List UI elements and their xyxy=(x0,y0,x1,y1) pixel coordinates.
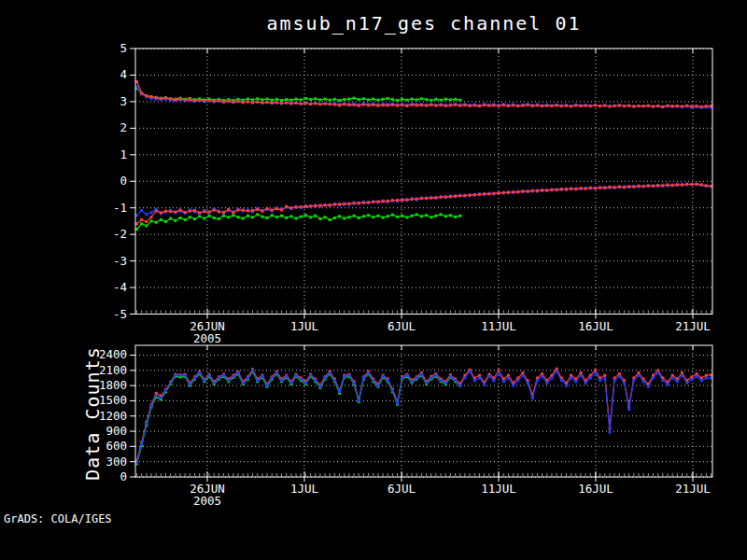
marker-red-upper xyxy=(521,105,524,107)
marker-red-lower xyxy=(275,207,278,210)
marker-red-counts xyxy=(556,368,558,371)
marker-green-lower xyxy=(271,214,274,217)
marker-blue-counts xyxy=(594,371,597,374)
marker-green-upper xyxy=(430,99,432,102)
marker-red-upper xyxy=(492,104,495,106)
marker-blue-counts xyxy=(353,382,356,385)
x-tick-sublabel: 2005 xyxy=(193,331,221,345)
marker-red-upper xyxy=(174,98,176,101)
grads-credit: GrADS: COLA/IGES xyxy=(4,512,112,525)
marker-blue-counts xyxy=(203,379,205,382)
marker-red-lower xyxy=(401,199,403,202)
marker-red-lower xyxy=(164,210,167,213)
marker-blue-counts xyxy=(247,377,249,380)
marker-red-upper xyxy=(705,105,708,107)
marker-red-upper xyxy=(469,105,472,107)
marker-red-lower xyxy=(362,202,365,204)
marker-blue-counts xyxy=(527,382,529,385)
marker-green-lower xyxy=(213,217,216,219)
marker-red-lower xyxy=(271,209,274,212)
marker-green-upper xyxy=(338,99,341,102)
marker-red-lower xyxy=(353,202,356,204)
marker-red-upper xyxy=(324,103,327,105)
marker-green-upper xyxy=(367,98,370,101)
marker-red-upper xyxy=(527,104,529,106)
marker-blue-counts xyxy=(295,374,298,377)
marker-green-lower xyxy=(329,218,331,221)
marker-red-lower xyxy=(218,211,220,214)
y-tick-label: 4 xyxy=(120,67,127,81)
x-tick-label: 1JUL xyxy=(290,482,318,496)
marker-blue-counts xyxy=(440,379,443,382)
marker-red-lower xyxy=(498,192,500,195)
marker-blue-lower xyxy=(145,213,148,216)
marker-red-upper xyxy=(411,104,414,106)
marker-red-lower xyxy=(671,184,674,187)
marker-red-lower xyxy=(347,203,350,205)
y-tick-label: -1 xyxy=(113,201,127,215)
marker-red-upper xyxy=(507,105,510,107)
marker-red-upper xyxy=(585,105,587,107)
marker-red-upper xyxy=(700,105,703,108)
marker-red-upper xyxy=(304,102,307,105)
marker-red-lower xyxy=(251,209,254,212)
y-tick-label: 0 xyxy=(120,174,127,188)
marker-green-lower xyxy=(454,216,457,218)
marker-red-upper xyxy=(362,104,365,106)
marker-blue-counts xyxy=(329,371,331,374)
marker-green-upper xyxy=(318,98,321,101)
marker-red-lower xyxy=(656,184,659,187)
marker-red-lower xyxy=(179,209,182,212)
marker-red-upper xyxy=(656,105,659,107)
marker-red-upper xyxy=(309,103,312,105)
marker-green-lower xyxy=(198,215,201,217)
marker-red-upper xyxy=(208,99,211,102)
marker-red-lower xyxy=(642,185,645,188)
marker-red-lower xyxy=(556,189,558,191)
marker-green-upper xyxy=(416,98,418,101)
marker-red-lower xyxy=(696,183,698,186)
x-tick-label: 16JUL xyxy=(578,319,613,333)
grads-plot-window: 543210-1-2-3-4-526JUN20051JUL6JUL11JUL16… xyxy=(0,0,747,560)
marker-blue-counts xyxy=(638,374,641,377)
y-tick-label: -3 xyxy=(113,254,127,268)
marker-red-upper xyxy=(560,105,563,107)
marker-blue-counts xyxy=(613,379,616,382)
marker-red-lower xyxy=(329,203,331,206)
data-counts-axis-title: Data Counts xyxy=(81,346,104,480)
marker-red-upper xyxy=(318,103,321,105)
marker-red-counts xyxy=(690,375,693,378)
marker-blue-counts xyxy=(458,385,461,387)
marker-blue-counts xyxy=(449,375,452,378)
marker-red-lower xyxy=(527,190,529,193)
marker-blue-counts xyxy=(425,382,428,385)
marker-red-upper xyxy=(531,105,534,107)
marker-red-counts xyxy=(618,372,621,375)
marker-red-counts xyxy=(521,371,524,374)
marker-green-lower xyxy=(444,215,447,217)
marker-red-lower xyxy=(521,189,524,192)
marker-red-lower xyxy=(623,186,626,189)
marker-red-upper xyxy=(140,91,143,94)
marker-red-lower xyxy=(256,208,259,211)
marker-red-upper xyxy=(329,103,331,105)
marker-green-upper xyxy=(458,99,461,102)
marker-green-upper xyxy=(353,97,356,100)
marker-green-lower xyxy=(449,214,452,217)
marker-red-upper xyxy=(280,102,283,105)
marker-red-lower xyxy=(193,209,196,212)
marker-green-upper xyxy=(309,98,312,101)
marker-red-upper xyxy=(454,104,457,106)
marker-green-lower xyxy=(208,215,211,217)
marker-red-lower xyxy=(367,201,370,203)
marker-green-lower xyxy=(376,215,379,217)
marker-blue-counts xyxy=(396,402,399,405)
marker-red-lower xyxy=(434,196,437,199)
marker-blue-counts xyxy=(222,374,225,377)
x-tick-label: 21JUL xyxy=(675,319,711,333)
marker-red-upper xyxy=(685,105,688,107)
marker-green-upper xyxy=(304,97,307,100)
marker-green-upper xyxy=(358,98,360,101)
marker-red-lower xyxy=(570,187,572,189)
marker-red-upper xyxy=(545,105,548,107)
